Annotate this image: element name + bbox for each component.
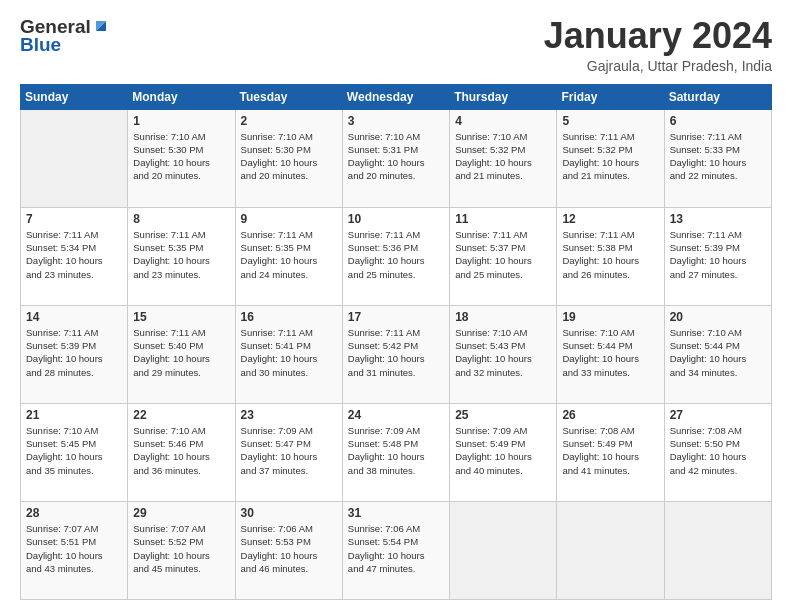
calendar-cell: 13Sunrise: 7:11 AM Sunset: 5:39 PM Dayli… <box>664 207 771 305</box>
calendar-cell: 7Sunrise: 7:11 AM Sunset: 5:34 PM Daylig… <box>21 207 128 305</box>
col-header-thursday: Thursday <box>450 84 557 109</box>
day-number: 3 <box>348 114 444 128</box>
calendar-cell: 12Sunrise: 7:11 AM Sunset: 5:38 PM Dayli… <box>557 207 664 305</box>
day-info: Sunrise: 7:11 AM Sunset: 5:39 PM Dayligh… <box>670 228 766 281</box>
calendar-cell: 29Sunrise: 7:07 AM Sunset: 5:52 PM Dayli… <box>128 501 235 599</box>
calendar-cell: 28Sunrise: 7:07 AM Sunset: 5:51 PM Dayli… <box>21 501 128 599</box>
day-number: 8 <box>133 212 229 226</box>
col-header-sunday: Sunday <box>21 84 128 109</box>
calendar-cell: 4Sunrise: 7:10 AM Sunset: 5:32 PM Daylig… <box>450 109 557 207</box>
day-number: 22 <box>133 408 229 422</box>
calendar-cell: 14Sunrise: 7:11 AM Sunset: 5:39 PM Dayli… <box>21 305 128 403</box>
day-number: 6 <box>670 114 766 128</box>
logo-blue: Blue <box>20 34 61 56</box>
calendar-cell: 19Sunrise: 7:10 AM Sunset: 5:44 PM Dayli… <box>557 305 664 403</box>
title-block: January 2024 Gajraula, Uttar Pradesh, In… <box>544 16 772 74</box>
calendar-cell: 24Sunrise: 7:09 AM Sunset: 5:48 PM Dayli… <box>342 403 449 501</box>
day-number: 20 <box>670 310 766 324</box>
week-row-2: 7Sunrise: 7:11 AM Sunset: 5:34 PM Daylig… <box>21 207 772 305</box>
day-number: 7 <box>26 212 122 226</box>
day-number: 2 <box>241 114 337 128</box>
day-number: 23 <box>241 408 337 422</box>
day-number: 12 <box>562 212 658 226</box>
calendar-cell: 15Sunrise: 7:11 AM Sunset: 5:40 PM Dayli… <box>128 305 235 403</box>
page: General Blue January 2024 Gajraula, Utta… <box>0 0 792 612</box>
calendar-cell: 27Sunrise: 7:08 AM Sunset: 5:50 PM Dayli… <box>664 403 771 501</box>
day-info: Sunrise: 7:10 AM Sunset: 5:44 PM Dayligh… <box>562 326 658 379</box>
day-info: Sunrise: 7:06 AM Sunset: 5:54 PM Dayligh… <box>348 522 444 575</box>
calendar-cell: 3Sunrise: 7:10 AM Sunset: 5:31 PM Daylig… <box>342 109 449 207</box>
day-number: 4 <box>455 114 551 128</box>
col-header-wednesday: Wednesday <box>342 84 449 109</box>
calendar-cell: 10Sunrise: 7:11 AM Sunset: 5:36 PM Dayli… <box>342 207 449 305</box>
calendar-cell: 18Sunrise: 7:10 AM Sunset: 5:43 PM Dayli… <box>450 305 557 403</box>
day-info: Sunrise: 7:11 AM Sunset: 5:32 PM Dayligh… <box>562 130 658 183</box>
day-info: Sunrise: 7:10 AM Sunset: 5:32 PM Dayligh… <box>455 130 551 183</box>
calendar-cell: 26Sunrise: 7:08 AM Sunset: 5:49 PM Dayli… <box>557 403 664 501</box>
day-info: Sunrise: 7:11 AM Sunset: 5:37 PM Dayligh… <box>455 228 551 281</box>
day-info: Sunrise: 7:11 AM Sunset: 5:39 PM Dayligh… <box>26 326 122 379</box>
day-number: 29 <box>133 506 229 520</box>
day-number: 25 <box>455 408 551 422</box>
day-number: 17 <box>348 310 444 324</box>
day-number: 28 <box>26 506 122 520</box>
calendar-cell: 5Sunrise: 7:11 AM Sunset: 5:32 PM Daylig… <box>557 109 664 207</box>
location: Gajraula, Uttar Pradesh, India <box>544 58 772 74</box>
day-info: Sunrise: 7:09 AM Sunset: 5:47 PM Dayligh… <box>241 424 337 477</box>
calendar-cell: 1Sunrise: 7:10 AM Sunset: 5:30 PM Daylig… <box>128 109 235 207</box>
day-info: Sunrise: 7:11 AM Sunset: 5:40 PM Dayligh… <box>133 326 229 379</box>
calendar-cell: 31Sunrise: 7:06 AM Sunset: 5:54 PM Dayli… <box>342 501 449 599</box>
logo-icon <box>92 17 110 35</box>
day-number: 10 <box>348 212 444 226</box>
col-header-saturday: Saturday <box>664 84 771 109</box>
day-info: Sunrise: 7:10 AM Sunset: 5:44 PM Dayligh… <box>670 326 766 379</box>
day-info: Sunrise: 7:09 AM Sunset: 5:49 PM Dayligh… <box>455 424 551 477</box>
day-info: Sunrise: 7:06 AM Sunset: 5:53 PM Dayligh… <box>241 522 337 575</box>
month-title: January 2024 <box>544 16 772 56</box>
calendar-cell: 6Sunrise: 7:11 AM Sunset: 5:33 PM Daylig… <box>664 109 771 207</box>
day-number: 15 <box>133 310 229 324</box>
day-number: 9 <box>241 212 337 226</box>
week-row-4: 21Sunrise: 7:10 AM Sunset: 5:45 PM Dayli… <box>21 403 772 501</box>
calendar-cell: 9Sunrise: 7:11 AM Sunset: 5:35 PM Daylig… <box>235 207 342 305</box>
day-info: Sunrise: 7:10 AM Sunset: 5:43 PM Dayligh… <box>455 326 551 379</box>
day-number: 18 <box>455 310 551 324</box>
day-number: 27 <box>670 408 766 422</box>
day-number: 26 <box>562 408 658 422</box>
calendar-cell: 23Sunrise: 7:09 AM Sunset: 5:47 PM Dayli… <box>235 403 342 501</box>
day-number: 13 <box>670 212 766 226</box>
day-info: Sunrise: 7:10 AM Sunset: 5:45 PM Dayligh… <box>26 424 122 477</box>
calendar-cell: 25Sunrise: 7:09 AM Sunset: 5:49 PM Dayli… <box>450 403 557 501</box>
week-row-5: 28Sunrise: 7:07 AM Sunset: 5:51 PM Dayli… <box>21 501 772 599</box>
calendar-cell: 8Sunrise: 7:11 AM Sunset: 5:35 PM Daylig… <box>128 207 235 305</box>
week-row-1: 1Sunrise: 7:10 AM Sunset: 5:30 PM Daylig… <box>21 109 772 207</box>
logo: General Blue <box>20 16 110 56</box>
col-header-tuesday: Tuesday <box>235 84 342 109</box>
day-info: Sunrise: 7:07 AM Sunset: 5:52 PM Dayligh… <box>133 522 229 575</box>
day-number: 11 <box>455 212 551 226</box>
calendar-cell: 17Sunrise: 7:11 AM Sunset: 5:42 PM Dayli… <box>342 305 449 403</box>
day-info: Sunrise: 7:11 AM Sunset: 5:34 PM Dayligh… <box>26 228 122 281</box>
day-info: Sunrise: 7:11 AM Sunset: 5:36 PM Dayligh… <box>348 228 444 281</box>
day-info: Sunrise: 7:11 AM Sunset: 5:41 PM Dayligh… <box>241 326 337 379</box>
day-info: Sunrise: 7:10 AM Sunset: 5:30 PM Dayligh… <box>133 130 229 183</box>
calendar-cell <box>450 501 557 599</box>
day-number: 16 <box>241 310 337 324</box>
day-number: 14 <box>26 310 122 324</box>
header: General Blue January 2024 Gajraula, Utta… <box>20 16 772 74</box>
header-row: SundayMondayTuesdayWednesdayThursdayFrid… <box>21 84 772 109</box>
day-info: Sunrise: 7:10 AM Sunset: 5:31 PM Dayligh… <box>348 130 444 183</box>
calendar-cell <box>557 501 664 599</box>
day-number: 1 <box>133 114 229 128</box>
week-row-3: 14Sunrise: 7:11 AM Sunset: 5:39 PM Dayli… <box>21 305 772 403</box>
calendar: SundayMondayTuesdayWednesdayThursdayFrid… <box>20 84 772 600</box>
calendar-cell <box>21 109 128 207</box>
day-info: Sunrise: 7:09 AM Sunset: 5:48 PM Dayligh… <box>348 424 444 477</box>
day-info: Sunrise: 7:10 AM Sunset: 5:30 PM Dayligh… <box>241 130 337 183</box>
day-info: Sunrise: 7:08 AM Sunset: 5:50 PM Dayligh… <box>670 424 766 477</box>
day-info: Sunrise: 7:10 AM Sunset: 5:46 PM Dayligh… <box>133 424 229 477</box>
day-number: 5 <box>562 114 658 128</box>
day-number: 31 <box>348 506 444 520</box>
col-header-monday: Monday <box>128 84 235 109</box>
day-info: Sunrise: 7:11 AM Sunset: 5:38 PM Dayligh… <box>562 228 658 281</box>
